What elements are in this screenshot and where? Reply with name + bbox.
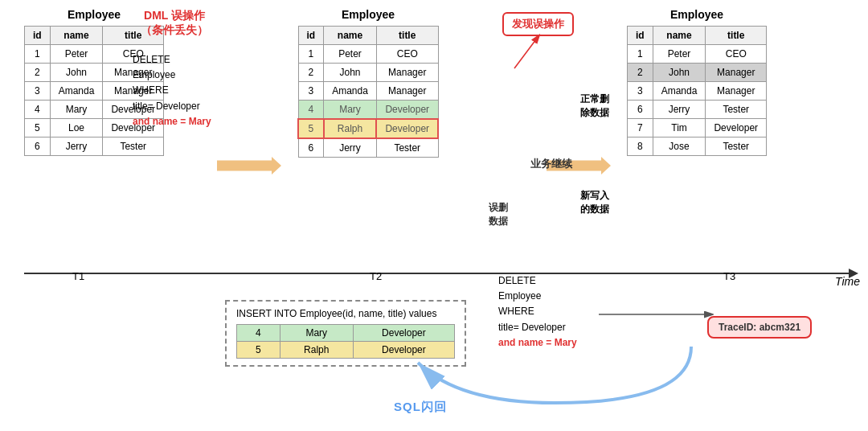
- t2-col-title: title: [376, 27, 438, 45]
- business-continue-label: 业务继续: [530, 157, 572, 171]
- dml-line2: （条件丢失）: [141, 23, 208, 36]
- t3-section: Employee id name title 1PeterCEO 2JohnMa…: [627, 8, 767, 156]
- t3-col-id: id: [628, 27, 653, 45]
- table-row: 6JerryTester: [298, 138, 438, 158]
- dml-line4: title= Developer: [133, 99, 211, 114]
- table-row: 1PeterCEO: [628, 45, 767, 64]
- t2-section: Employee id name title 1PeterCEO 2JohnMa…: [297, 8, 439, 158]
- table-row: 1PeterCEO: [298, 45, 438, 64]
- table-row: 2JohnManager: [298, 64, 438, 82]
- dml-error-label: DML 误操作 （条件丢失）: [141, 8, 208, 37]
- table-row-gray: 2JohnManager: [628, 64, 767, 82]
- dml-line5: and name = Mary: [133, 114, 211, 129]
- table-row-green: 4MaryDeveloper: [298, 101, 438, 120]
- del-line2: Employee: [498, 289, 577, 304]
- table-row: 3AmandaManager: [298, 82, 438, 101]
- t3-table: id name title 1PeterCEO 2JohnManager 3Am…: [627, 26, 767, 156]
- table-row: 8JoseTester: [628, 138, 767, 156]
- t1-col-name: name: [50, 27, 103, 45]
- del-line1: DELETE: [498, 273, 577, 289]
- dml-code-block: DELETE Employee WHERE title= Developer a…: [133, 52, 211, 129]
- t3-col-title: title: [706, 27, 767, 45]
- dml-line2: Employee: [133, 68, 211, 83]
- table-row: 6JerryTester: [628, 101, 767, 119]
- sql-flashback-arrow: [394, 314, 699, 419]
- dml-line3: WHERE: [133, 83, 211, 98]
- new-data-label: 新写入 的数据: [580, 189, 609, 216]
- table-row: 6JerryTester: [25, 138, 164, 156]
- code-to-traceid-arrow: [595, 302, 723, 326]
- t3-title: Employee: [627, 8, 767, 21]
- main-container: Time Employee id name title 1PeterCEO 2J…: [0, 0, 868, 431]
- t2-col-id: id: [298, 27, 324, 45]
- arrow-t1-t2: [217, 157, 281, 174]
- discover-arrow: [482, 28, 547, 76]
- svg-line-0: [514, 36, 538, 68]
- traceid-text: TraceID: abcm321: [719, 322, 800, 333]
- t3-time-label: T3: [723, 270, 735, 282]
- dml-line1: DML 误操作: [144, 9, 205, 22]
- dml-line1: DELETE: [133, 52, 211, 68]
- normal-delete-label: 正常删 除数据: [580, 92, 609, 120]
- t1-col-id: id: [25, 27, 51, 45]
- t2-time-label: T2: [370, 270, 382, 282]
- time-label: Time: [835, 275, 860, 288]
- table-row: 3AmandaManager: [628, 82, 767, 101]
- t3-col-name: name: [653, 27, 706, 45]
- table-row-yellow-border: 5RalphDeveloper: [298, 119, 438, 138]
- t2-table: id name title 1PeterCEO 2JohnManager 3Am…: [297, 26, 439, 158]
- t1-time-label: T1: [72, 270, 84, 282]
- t2-title: Employee: [297, 8, 439, 21]
- t2-col-name: name: [324, 27, 377, 45]
- table-row: 7TimDeveloper: [628, 119, 767, 138]
- wrong-delete-label: 误删 数据: [489, 201, 508, 228]
- arrow-body: [217, 157, 281, 174]
